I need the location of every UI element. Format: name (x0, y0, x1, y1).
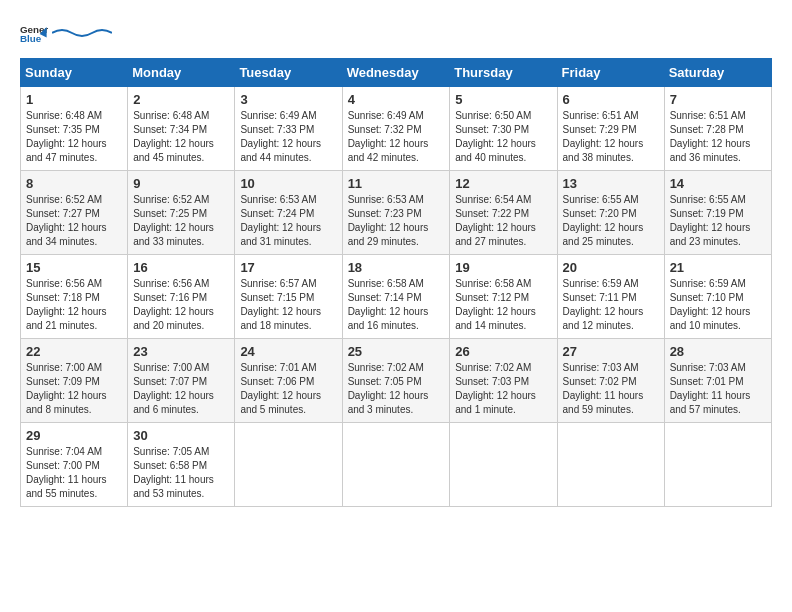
day-of-week-header: Wednesday (342, 59, 450, 87)
sunset-label: Sunset: 7:07 PM (133, 376, 207, 387)
daylight-label: Daylight: 12 hours and 45 minutes. (133, 138, 214, 163)
calendar-cell: 14 Sunrise: 6:55 AM Sunset: 7:19 PM Dayl… (664, 171, 771, 255)
sunrise-label: Sunrise: 6:56 AM (26, 278, 102, 289)
day-number: 2 (133, 92, 229, 107)
daylight-label: Daylight: 12 hours and 10 minutes. (670, 306, 751, 331)
day-number: 8 (26, 176, 122, 191)
sunrise-label: Sunrise: 7:02 AM (455, 362, 531, 373)
day-info: Sunrise: 7:04 AM Sunset: 7:00 PM Dayligh… (26, 445, 122, 501)
day-number: 20 (563, 260, 659, 275)
sunset-label: Sunset: 7:22 PM (455, 208, 529, 219)
calendar-cell: 6 Sunrise: 6:51 AM Sunset: 7:29 PM Dayli… (557, 87, 664, 171)
sunset-label: Sunset: 7:02 PM (563, 376, 637, 387)
sunset-label: Sunset: 7:27 PM (26, 208, 100, 219)
daylight-label: Daylight: 12 hours and 34 minutes. (26, 222, 107, 247)
daylight-label: Daylight: 11 hours and 55 minutes. (26, 474, 107, 499)
sunrise-label: Sunrise: 6:59 AM (670, 278, 746, 289)
sunset-label: Sunset: 7:23 PM (348, 208, 422, 219)
day-info: Sunrise: 6:54 AM Sunset: 7:22 PM Dayligh… (455, 193, 551, 249)
day-info: Sunrise: 6:51 AM Sunset: 7:28 PM Dayligh… (670, 109, 766, 165)
calendar-week-row: 29 Sunrise: 7:04 AM Sunset: 7:00 PM Dayl… (21, 423, 772, 507)
day-info: Sunrise: 6:53 AM Sunset: 7:24 PM Dayligh… (240, 193, 336, 249)
day-info: Sunrise: 7:03 AM Sunset: 7:01 PM Dayligh… (670, 361, 766, 417)
calendar-cell: 26 Sunrise: 7:02 AM Sunset: 7:03 PM Dayl… (450, 339, 557, 423)
sunset-label: Sunset: 7:10 PM (670, 292, 744, 303)
sunrise-label: Sunrise: 6:59 AM (563, 278, 639, 289)
sunset-label: Sunset: 7:14 PM (348, 292, 422, 303)
calendar-cell: 10 Sunrise: 6:53 AM Sunset: 7:24 PM Dayl… (235, 171, 342, 255)
calendar-cell: 13 Sunrise: 6:55 AM Sunset: 7:20 PM Dayl… (557, 171, 664, 255)
sunrise-label: Sunrise: 6:56 AM (133, 278, 209, 289)
sunrise-label: Sunrise: 6:54 AM (455, 194, 531, 205)
calendar-cell: 2 Sunrise: 6:48 AM Sunset: 7:34 PM Dayli… (128, 87, 235, 171)
day-number: 11 (348, 176, 445, 191)
sunrise-label: Sunrise: 6:48 AM (133, 110, 209, 121)
day-of-week-header: Thursday (450, 59, 557, 87)
calendar-cell: 16 Sunrise: 6:56 AM Sunset: 7:16 PM Dayl… (128, 255, 235, 339)
calendar-cell: 17 Sunrise: 6:57 AM Sunset: 7:15 PM Dayl… (235, 255, 342, 339)
calendar-cell (235, 423, 342, 507)
daylight-label: Daylight: 12 hours and 3 minutes. (348, 390, 429, 415)
calendar-cell: 27 Sunrise: 7:03 AM Sunset: 7:02 PM Dayl… (557, 339, 664, 423)
daylight-label: Daylight: 12 hours and 33 minutes. (133, 222, 214, 247)
day-info: Sunrise: 6:52 AM Sunset: 7:27 PM Dayligh… (26, 193, 122, 249)
page-header: General Blue (20, 20, 772, 48)
sunrise-label: Sunrise: 6:51 AM (563, 110, 639, 121)
day-number: 26 (455, 344, 551, 359)
day-number: 27 (563, 344, 659, 359)
day-info: Sunrise: 6:58 AM Sunset: 7:12 PM Dayligh… (455, 277, 551, 333)
day-info: Sunrise: 7:01 AM Sunset: 7:06 PM Dayligh… (240, 361, 336, 417)
sunset-label: Sunset: 7:05 PM (348, 376, 422, 387)
sunset-label: Sunset: 7:15 PM (240, 292, 314, 303)
day-number: 13 (563, 176, 659, 191)
sunset-label: Sunset: 7:20 PM (563, 208, 637, 219)
day-number: 24 (240, 344, 336, 359)
sunrise-label: Sunrise: 6:50 AM (455, 110, 531, 121)
daylight-label: Daylight: 12 hours and 47 minutes. (26, 138, 107, 163)
day-number: 16 (133, 260, 229, 275)
day-info: Sunrise: 6:58 AM Sunset: 7:14 PM Dayligh… (348, 277, 445, 333)
sunset-label: Sunset: 7:03 PM (455, 376, 529, 387)
sunrise-label: Sunrise: 6:49 AM (348, 110, 424, 121)
calendar-cell: 4 Sunrise: 6:49 AM Sunset: 7:32 PM Dayli… (342, 87, 450, 171)
sunrise-label: Sunrise: 6:49 AM (240, 110, 316, 121)
daylight-label: Daylight: 12 hours and 23 minutes. (670, 222, 751, 247)
day-info: Sunrise: 7:02 AM Sunset: 7:03 PM Dayligh… (455, 361, 551, 417)
sunrise-label: Sunrise: 7:02 AM (348, 362, 424, 373)
sunrise-label: Sunrise: 6:55 AM (563, 194, 639, 205)
sunrise-label: Sunrise: 6:55 AM (670, 194, 746, 205)
day-info: Sunrise: 7:02 AM Sunset: 7:05 PM Dayligh… (348, 361, 445, 417)
calendar-cell: 12 Sunrise: 6:54 AM Sunset: 7:22 PM Dayl… (450, 171, 557, 255)
calendar-week-row: 1 Sunrise: 6:48 AM Sunset: 7:35 PM Dayli… (21, 87, 772, 171)
daylight-label: Daylight: 12 hours and 16 minutes. (348, 306, 429, 331)
daylight-label: Daylight: 12 hours and 18 minutes. (240, 306, 321, 331)
sunrise-label: Sunrise: 7:00 AM (133, 362, 209, 373)
day-number: 23 (133, 344, 229, 359)
day-info: Sunrise: 6:48 AM Sunset: 7:34 PM Dayligh… (133, 109, 229, 165)
day-of-week-header: Monday (128, 59, 235, 87)
day-info: Sunrise: 6:52 AM Sunset: 7:25 PM Dayligh… (133, 193, 229, 249)
sunset-label: Sunset: 7:28 PM (670, 124, 744, 135)
day-number: 15 (26, 260, 122, 275)
calendar-header-row: SundayMondayTuesdayWednesdayThursdayFrid… (21, 59, 772, 87)
day-number: 25 (348, 344, 445, 359)
day-of-week-header: Saturday (664, 59, 771, 87)
day-number: 18 (348, 260, 445, 275)
sunset-label: Sunset: 7:00 PM (26, 460, 100, 471)
day-info: Sunrise: 6:55 AM Sunset: 7:20 PM Dayligh… (563, 193, 659, 249)
day-number: 12 (455, 176, 551, 191)
day-info: Sunrise: 6:56 AM Sunset: 7:18 PM Dayligh… (26, 277, 122, 333)
sunset-label: Sunset: 7:09 PM (26, 376, 100, 387)
calendar-cell: 3 Sunrise: 6:49 AM Sunset: 7:33 PM Dayli… (235, 87, 342, 171)
daylight-label: Daylight: 12 hours and 1 minute. (455, 390, 536, 415)
day-of-week-header: Friday (557, 59, 664, 87)
calendar-cell: 22 Sunrise: 7:00 AM Sunset: 7:09 PM Dayl… (21, 339, 128, 423)
daylight-label: Daylight: 12 hours and 6 minutes. (133, 390, 214, 415)
sunset-label: Sunset: 7:11 PM (563, 292, 637, 303)
sunset-label: Sunset: 7:24 PM (240, 208, 314, 219)
calendar-cell: 9 Sunrise: 6:52 AM Sunset: 7:25 PM Dayli… (128, 171, 235, 255)
calendar-cell: 8 Sunrise: 6:52 AM Sunset: 7:27 PM Dayli… (21, 171, 128, 255)
daylight-label: Daylight: 12 hours and 38 minutes. (563, 138, 644, 163)
sunrise-label: Sunrise: 7:03 AM (670, 362, 746, 373)
calendar-cell: 30 Sunrise: 7:05 AM Sunset: 6:58 PM Dayl… (128, 423, 235, 507)
